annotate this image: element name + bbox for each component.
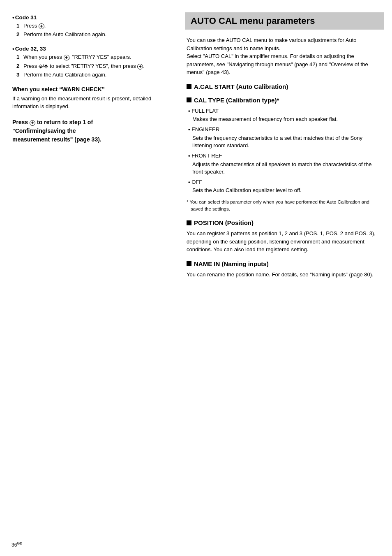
bullet-off: OFF [188,178,382,186]
circle-plus-icon [39,23,44,29]
cal-type-heading: CAL TYPE (Calibration type)* [187,97,382,104]
page-footer: 36GB [12,541,22,548]
circle-plus-icon-2 [137,64,143,70]
position-body: You can register 3 patterns as position … [187,229,382,254]
step-2: 2 Perform the Auto Calibration again. [16,31,173,38]
circle-plus-icon-3 [30,120,35,126]
cal-type-list-2: ENGINEER [187,125,382,134]
warn-check-section: When you select “WARN CHECK” If a warnin… [12,86,173,111]
code-3233-section: Code 32, 33 1 When you press , "RETRY? Y… [12,46,173,79]
full-flat-desc: Makes the measurement of frequency from … [187,116,382,123]
black-square-icon-2 [187,97,191,102]
code-3233-steps: 1 When you press , "RETRY? YES" appears.… [12,53,173,79]
right-intro: You can use the AUTO CAL menu to make va… [187,36,382,76]
name-in-heading: NAME IN (Naming inputs) [187,260,382,267]
name-in-body: You can rename the position name. For de… [187,271,382,279]
black-square-icon [187,84,191,89]
off-desc: Sets the Auto Calibration equalizer leve… [187,187,382,194]
warn-check-body: If a warning on the measurement result i… [12,95,173,111]
warn-check-title: When you select “WARN CHECK” [12,86,173,93]
step-2: 2 Press ⬙/⬘ to select "RETRY? YES", then… [16,63,173,70]
bullet-engineer: ENGINEER [188,125,382,134]
right-column: AUTO CAL menu parameters You can use the… [185,12,384,544]
right-body: You can use the AUTO CAL menu to make va… [185,36,384,278]
acal-start-heading: A.CAL START (Auto Calibration) [187,83,382,90]
code-31-steps: 1 Press . 2 Perform the Auto Calibration… [12,22,173,38]
bullet-front-ref: FRONT REF [188,152,382,160]
step-1: 1 When you press , "RETRY? YES" appears. [16,53,173,61]
engineer-desc: Sets the frequency characteristics to a … [187,134,382,149]
cal-type-list-3: FRONT REF [187,152,382,160]
cal-type-footnote: * You can select this parameter only whe… [187,199,382,213]
front-ref-desc: Adjusts the characteristics of all speak… [187,161,382,176]
right-header-title: AUTO CAL menu parameters [191,16,315,26]
code-3233-title: Code 32, 33 [12,46,173,52]
circle-plus-icon [64,55,69,60]
position-section: POSITION (Position) You can register 3 p… [187,219,382,254]
step-3: 3 Perform the Auto Calibration again. [16,71,173,79]
press-return-section: Press to return to step 1 of "Confirming… [12,118,173,144]
page-container: Code 31 1 Press . 2 Perform the Auto Cal… [0,0,392,556]
cal-type-list-4: OFF [187,178,382,186]
left-column: Code 31 1 Press . 2 Perform the Auto Cal… [12,12,173,544]
position-heading: POSITION (Position) [187,219,382,226]
code-31-title: Code 31 [12,14,173,21]
cal-type-section: CAL TYPE (Calibration type)* FULL FLAT M… [187,97,382,213]
cal-type-list: FULL FLAT [187,107,382,115]
black-square-icon-3 [187,220,191,225]
step-1: 1 Press . [16,22,173,30]
name-in-section: NAME IN (Naming inputs) You can rename t… [187,260,382,279]
code-31-section: Code 31 1 Press . 2 Perform the Auto Cal… [12,14,173,38]
press-return-title: Press to return to step 1 of "Confirming… [12,118,173,144]
bullet-full-flat: FULL FLAT [188,107,382,115]
right-header: AUTO CAL menu parameters [185,12,384,30]
black-square-icon-4 [187,261,191,266]
